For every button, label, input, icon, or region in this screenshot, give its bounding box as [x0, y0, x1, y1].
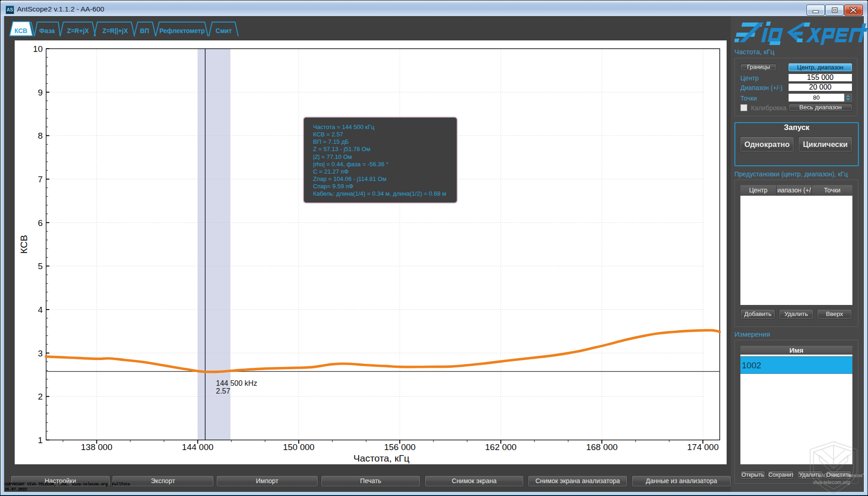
svg-text:Частота, кГц: Частота, кГц [353, 453, 409, 463]
svg-text:144 500 kHz: 144 500 kHz [216, 379, 258, 387]
svg-text:5: 5 [38, 261, 43, 271]
svg-text:3: 3 [38, 349, 43, 358]
svg-text:4: 4 [38, 305, 43, 315]
svg-text:2.57: 2.57 [216, 387, 230, 395]
svg-text:1: 1 [38, 435, 43, 445]
svg-text:10: 10 [33, 44, 43, 54]
svg-text:7: 7 [38, 175, 43, 184]
svg-text:150 000: 150 000 [283, 442, 314, 452]
svg-text:156 000: 156 000 [384, 442, 416, 452]
svg-text:174 000: 174 000 [687, 442, 719, 452]
svg-text:2: 2 [38, 392, 43, 401]
svg-text:144 000: 144 000 [182, 442, 213, 452]
svg-text:9: 9 [38, 88, 43, 97]
svg-text:КСВ: КСВ [18, 235, 29, 254]
svg-text:8: 8 [38, 131, 43, 141]
svg-text:138 000: 138 000 [81, 442, 112, 452]
svg-text:168 000: 168 000 [586, 442, 618, 452]
svg-text:6: 6 [38, 218, 43, 228]
svg-text:162 000: 162 000 [485, 442, 517, 452]
